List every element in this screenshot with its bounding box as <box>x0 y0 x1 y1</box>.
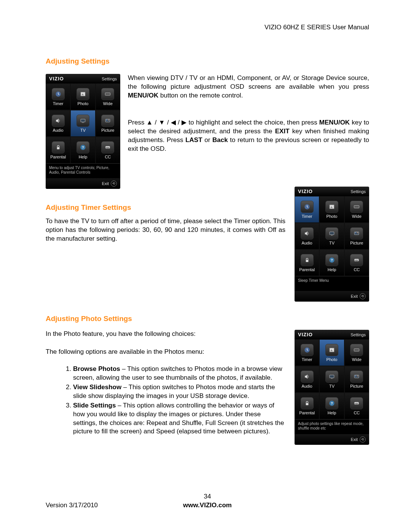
svg-rect-7 <box>105 119 110 122</box>
osd-help-text: Menu to adjust TV controls; Picture, Aud… <box>46 163 120 178</box>
text-bold: MENU/OK <box>128 92 158 99</box>
cc-icon: ABC <box>350 397 363 409</box>
osd-label: Parental <box>299 267 315 272</box>
picture-icon <box>350 227 363 240</box>
svg-rect-33 <box>354 348 359 351</box>
osd-label: Wide <box>352 357 362 362</box>
paragraph-timer: To have the TV to turn off after a perio… <box>46 217 285 243</box>
osd-grid: Timer Photo Wide Audio TV Picture Parent… <box>295 196 369 276</box>
osd-cell-cc: ABCCC <box>344 249 369 276</box>
page-footer: 34 Version 3/17/2010 www.VIZIO.com . <box>46 493 369 509</box>
tv-icon <box>76 115 89 127</box>
osd-cell-timer-selected: Timer <box>295 196 319 223</box>
svg-rect-24 <box>357 232 358 233</box>
lock-icon <box>301 254 314 266</box>
osd-help-text: Adjust photo settings like repeat mode, … <box>295 419 369 434</box>
osd-exit-label: Exit <box>351 294 358 299</box>
osd-header-label: Settings <box>350 189 366 194</box>
osd-label: Parental <box>299 411 315 415</box>
osd-label: Photo <box>327 214 338 219</box>
osd-label: Help <box>79 155 88 159</box>
osd-label: Wide <box>352 214 362 219</box>
osd-cell-wide: Wide <box>96 83 120 110</box>
osd-header-label: Settings <box>102 77 117 81</box>
osd-cell-audio: Audio <box>295 366 319 393</box>
tv-icon <box>325 227 338 240</box>
audio-icon <box>301 371 314 383</box>
list-item: Slide Settings – This option allows cont… <box>73 401 285 436</box>
vizio-logo: VIZIO <box>298 189 313 194</box>
svg-rect-35 <box>330 375 334 378</box>
paragraph-intro-1: When viewing DTV / TV or an HDMI, Compon… <box>128 74 369 100</box>
help-icon: ? <box>325 254 338 266</box>
paragraph-intro-2: Press ▲ / ▼ / ◀ / ▶ to highlight and sel… <box>128 118 369 153</box>
osd-label: Audio <box>53 128 64 133</box>
page-number: 34 <box>46 493 369 500</box>
osd-label: Picture <box>350 241 363 245</box>
osd-header: VIZIO Settings <box>295 330 369 339</box>
osd-cell-audio: Audio <box>295 223 319 249</box>
text-segment: or <box>202 136 212 144</box>
osd-cell-picture: Picture <box>96 110 120 137</box>
svg-rect-3 <box>105 93 110 95</box>
osd-cell-photo: Photo <box>319 196 344 223</box>
svg-text:?: ? <box>82 145 84 149</box>
paragraph-photo-2: The following options are available in t… <box>46 348 285 356</box>
osd-cell-tv: TV <box>319 366 344 393</box>
osd-cell-audio: Audio <box>46 110 70 137</box>
osd-label: Audio <box>302 384 312 388</box>
doc-title: VIZIO 60HZ E SERIES User Manual <box>264 24 369 31</box>
osd-cell-wide: Wide <box>344 196 369 223</box>
svg-text:?: ? <box>331 401 333 405</box>
svg-rect-18 <box>354 205 359 208</box>
exit-icon: ⟲ <box>111 181 117 187</box>
text-segment: Press <box>128 119 147 126</box>
osd-cell-help: ?Help <box>319 393 344 419</box>
osd-label: Help <box>328 411 336 415</box>
vizio-logo: VIZIO <box>298 332 313 337</box>
text-segment: When viewing DTV / TV or an HDMI, Compon… <box>128 74 369 90</box>
osd-label: Parental <box>50 155 66 159</box>
osd-label: TV <box>329 241 335 245</box>
exit-icon: ⟲ <box>360 293 366 299</box>
photo-icon <box>325 344 338 356</box>
osd-cell-help: ?Help <box>70 137 95 163</box>
osd-label: TV <box>80 128 86 133</box>
manual-page: VIZIO 60HZ E SERIES User Manual Adjustin… <box>0 0 411 532</box>
osd-label: Wide <box>103 101 113 106</box>
osd-screenshot-tv: VIZIO Settings Timer Photo Wide Audio TV… <box>46 74 120 189</box>
osd-label: Help <box>328 267 336 272</box>
osd-help-text: Sleep Timer Menu <box>295 276 369 291</box>
help-icon: ? <box>76 141 89 153</box>
text-bold: MENU/OK <box>319 119 350 126</box>
osd-label: Picture <box>101 128 114 133</box>
version-text: Version 3/17/2010 <box>46 502 98 509</box>
svg-marker-4 <box>56 118 59 123</box>
osd-cell-parental: Parental <box>46 137 70 163</box>
text-bold: Browse Photos <box>73 365 120 372</box>
text-bold: EXIT <box>275 128 290 135</box>
osd-exit-row: Exit⟲ <box>295 434 369 445</box>
audio-icon <box>301 227 314 240</box>
svg-rect-20 <box>330 232 334 235</box>
osd-label: TV <box>329 384 335 388</box>
text-bold: Back <box>212 136 228 144</box>
osd-cell-parental: Parental <box>295 249 319 276</box>
svg-rect-38 <box>355 375 356 376</box>
photo-options-list: Browse Photos – This option switches to … <box>46 365 285 436</box>
lock-icon <box>52 141 65 153</box>
heading-adjusting-photo: Adjusting Photo Settings <box>46 315 369 323</box>
svg-rect-40 <box>306 403 308 405</box>
picture-icon <box>101 115 114 127</box>
cc-icon: ABC <box>101 141 114 153</box>
osd-header: VIZIO Settings <box>295 187 369 196</box>
osd-label: Audio <box>302 241 312 245</box>
text-segment: button on the remote control. <box>158 92 243 99</box>
osd-exit-row: Exit⟲ <box>295 291 369 302</box>
osd-cell-parental: Parental <box>295 393 319 419</box>
clock-icon <box>301 344 314 356</box>
text-bold: View Slideshow <box>73 383 121 391</box>
osd-cell-tv: TV <box>319 223 344 249</box>
svg-rect-10 <box>57 147 59 149</box>
text-bold: LAST <box>185 136 202 144</box>
